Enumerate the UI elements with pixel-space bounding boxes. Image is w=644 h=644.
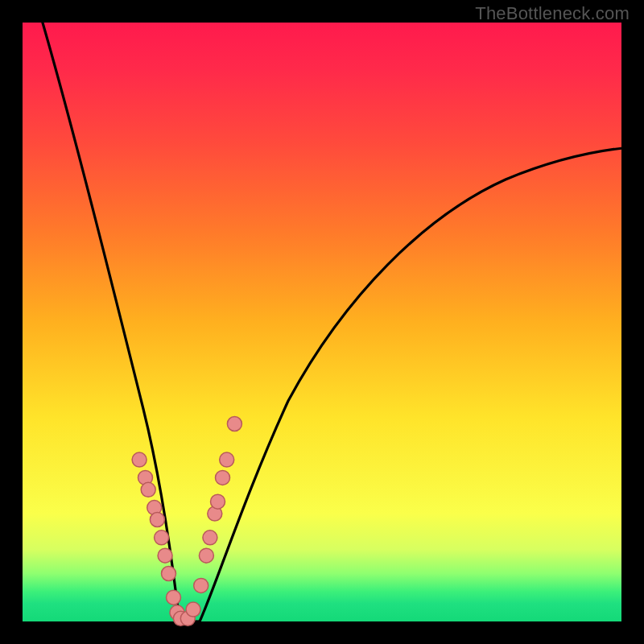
vertex-dot	[216, 470, 230, 485]
vertex-dot	[155, 530, 169, 545]
curve-right-branch	[200, 148, 623, 621]
vertex-dot	[141, 482, 155, 497]
vertex-dot	[203, 530, 217, 545]
vertex-dot	[167, 590, 181, 605]
vertex-dot	[150, 513, 164, 527]
plot-area	[23, 23, 621, 621]
chart-frame: TheBottleneck.com	[0, 0, 644, 644]
vertex-dot	[220, 452, 234, 467]
vertex-dot	[194, 578, 208, 592]
vertex-dot	[227, 417, 242, 431]
vertex-dot	[162, 567, 176, 581]
vertex-dot	[211, 494, 225, 509]
vertex-dot	[158, 548, 172, 563]
vertex-dot	[132, 452, 147, 467]
vertex-dots	[132, 417, 242, 626]
vertex-dot	[199, 548, 213, 563]
vertex-dot	[186, 602, 200, 617]
curve-svg	[23, 23, 621, 621]
watermark-text: TheBottleneck.com	[475, 3, 630, 24]
